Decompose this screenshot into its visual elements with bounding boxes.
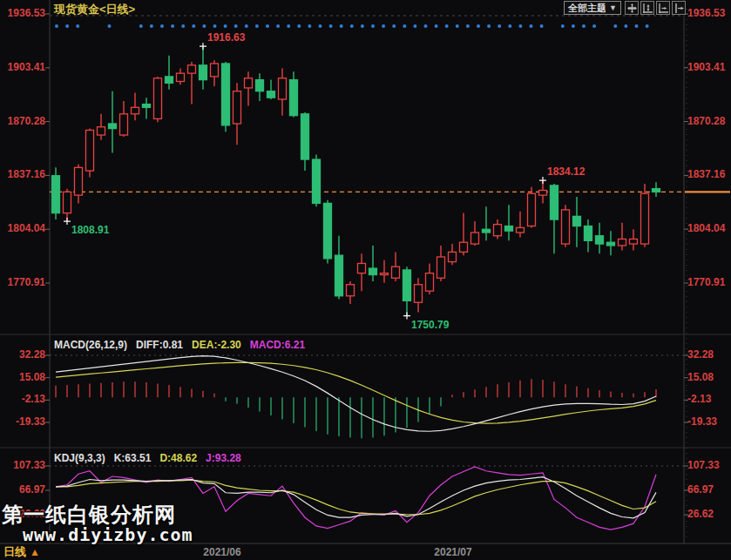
x-axis-date-label: 2021/07 <box>427 546 479 558</box>
instrument-title: 现货黄金<日线> <box>54 2 135 17</box>
kdj-k-value: K:63.51 <box>114 452 152 464</box>
chart-toolbar <box>625 1 686 15</box>
y-axis-label: 1870.28 <box>687 116 725 127</box>
shift-right-button[interactable] <box>672 1 686 15</box>
macd-indicator-label: MACD(26,12,9) <box>54 339 127 351</box>
kdj-header: KDJ(9,3,3) K:63.51 D:48.62 J:93.28 <box>54 452 241 464</box>
theme-dropdown[interactable]: 全部主题 ▼ <box>564 1 621 15</box>
y-axis-label: 15.08 <box>2 372 45 383</box>
move-tool-icon <box>627 3 637 13</box>
y-axis-label: 1837.16 <box>687 169 725 180</box>
chevron-down-icon: ▼ <box>609 3 617 12</box>
main-price-panel[interactable] <box>50 0 684 334</box>
move-tool-button[interactable] <box>625 1 639 15</box>
trading-chart-window: 现货黄金<日线> 全部主题 ▼ <box>0 0 731 560</box>
y-axis-label: 1804.04 <box>687 223 725 234</box>
y-axis-label: 26.62 <box>687 509 714 520</box>
y-axis-scale-button[interactable] <box>640 1 654 15</box>
y-axis-label: 1936.53 <box>2 8 45 19</box>
triangle-up-icon: ▲ <box>30 546 40 558</box>
y-axis-label: 32.28 <box>687 349 714 361</box>
y-axis-label: 66.97 <box>2 484 45 496</box>
price-extreme-annotation: 1916.63 <box>207 31 245 44</box>
kdj-j-value: J:93.28 <box>206 452 241 464</box>
y-axis-label: 107.33 <box>2 460 45 471</box>
y-axis-label: 1804.04 <box>2 223 45 234</box>
y-axis-label: 1770.91 <box>687 277 725 288</box>
y-axis-label: 1903.41 <box>2 62 45 73</box>
y-axis-label: 1903.41 <box>687 62 725 73</box>
y-axis-label: 1870.28 <box>2 116 45 127</box>
macd-diff-value: DIFF:0.81 <box>136 339 183 351</box>
x-axis-scale-button[interactable] <box>656 1 670 15</box>
kdj-d-value: D:48.62 <box>159 452 197 464</box>
y-axis-label: 32.28 <box>2 349 45 361</box>
macd-header: MACD(26,12,9) DIFF:0.81 DEA:-2.30 MACD:6… <box>54 339 305 351</box>
watermark-site-url: www.diyizby.com <box>23 524 193 545</box>
macd-panel[interactable] <box>50 334 684 448</box>
y-axis-label: -2.13 <box>2 394 45 405</box>
y-axis-label: 1837.16 <box>2 169 45 180</box>
y-axis-label: 107.33 <box>687 460 720 471</box>
price-extreme-annotation: 1834.12 <box>547 165 585 178</box>
shift-right-icon <box>674 3 684 13</box>
y-axis-scale-icon <box>643 3 653 13</box>
y-axis-label: 15.08 <box>687 372 714 383</box>
theme-dropdown-label: 全部主题 <box>568 2 606 15</box>
y-axis-label: -19.33 <box>2 416 45 428</box>
macd-macd-value: MACD:6.21 <box>250 339 305 351</box>
y-axis-label: 66.97 <box>687 484 714 496</box>
y-axis-label: -19.33 <box>687 416 717 428</box>
x-axis-scale-icon <box>659 3 668 13</box>
y-axis-label: 1936.53 <box>687 8 725 19</box>
period-label: 日线 <box>3 545 26 558</box>
kdj-indicator-label: KDJ(9,3,3) <box>54 452 105 464</box>
price-extreme-annotation: 1808.91 <box>71 224 109 236</box>
x-axis-date-label: 2021/06 <box>196 546 248 558</box>
price-extreme-annotation: 1750.79 <box>411 319 449 331</box>
y-axis-label: 1770.91 <box>2 277 45 288</box>
macd-dea-value: DEA:-2.30 <box>192 339 241 351</box>
period-selector[interactable]: 日线▲ <box>3 544 40 560</box>
y-axis-label: -2.13 <box>687 394 711 405</box>
